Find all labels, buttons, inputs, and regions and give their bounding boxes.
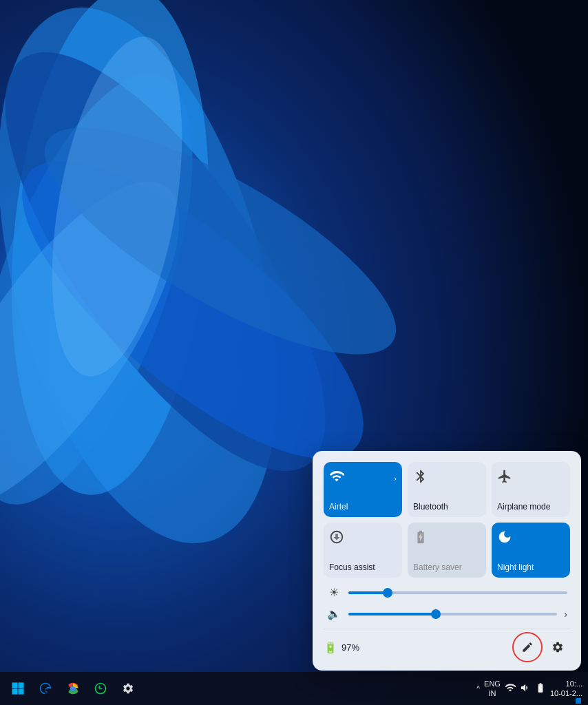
battery-info: 🔋 97% xyxy=(324,641,359,654)
toggle-focus-top xyxy=(329,529,397,548)
quick-settings-panel: › Airtel Bluetooth xyxy=(313,451,581,671)
toggle-airplane-top xyxy=(497,469,565,487)
volume-arrow[interactable]: › xyxy=(564,609,567,620)
taskbar-battery-icon[interactable] xyxy=(535,682,546,695)
svg-rect-12 xyxy=(18,688,23,694)
taskbar-sound-icon[interactable] xyxy=(520,682,531,695)
wifi-icon xyxy=(329,469,344,487)
airtel-chevron: › xyxy=(394,474,397,483)
toggle-airplane[interactable]: Airplane mode xyxy=(492,462,570,517)
settings-button[interactable] xyxy=(545,635,570,660)
taskbar-line-button[interactable] xyxy=(88,676,113,701)
edit-circle-highlight xyxy=(515,635,540,660)
toggle-nightlight-top xyxy=(497,529,565,548)
airplane-label: Airplane mode xyxy=(497,502,550,512)
panel-bottom: 🔋 97% xyxy=(324,629,570,660)
nightlight-label: Night light xyxy=(497,562,534,572)
toggle-bluetooth[interactable]: Bluetooth xyxy=(408,462,486,517)
brightness-fill xyxy=(348,591,388,594)
bluetooth-label: Bluetooth xyxy=(413,502,448,512)
toggle-bluetooth-top xyxy=(413,469,481,487)
taskbar-settings-button[interactable] xyxy=(116,676,140,701)
svg-rect-9 xyxy=(12,682,17,688)
svg-rect-11 xyxy=(12,688,17,694)
taskbar: ^ ENG IN 10:... 10-01-2... xyxy=(0,672,588,705)
volume-track[interactable] xyxy=(348,613,557,615)
lang-line1: ENG xyxy=(484,679,501,688)
focus-icon xyxy=(329,529,344,548)
battery-saver-label: Battery saver xyxy=(413,562,462,572)
battery-percent: 97% xyxy=(342,642,359,653)
airplane-icon xyxy=(497,469,512,487)
taskbar-edge-button[interactable] xyxy=(33,676,58,701)
volume-thumb xyxy=(431,609,441,619)
volume-icon: 🔈 xyxy=(326,607,342,620)
brightness-track[interactable] xyxy=(348,591,567,594)
toggle-battery-top xyxy=(413,529,481,548)
toggle-airtel-top: › xyxy=(329,469,397,487)
volume-fill xyxy=(348,613,436,615)
taskbar-start-button[interactable] xyxy=(6,676,30,701)
airtel-label: Airtel xyxy=(329,502,348,512)
volume-slider-row: 🔈 › xyxy=(324,607,570,620)
toggle-focus[interactable]: Focus assist xyxy=(324,523,402,578)
edit-button[interactable] xyxy=(515,635,540,660)
brightness-icon: ☀ xyxy=(326,586,342,599)
toggle-nightlight[interactable]: Night light xyxy=(492,523,570,578)
toggle-battery-saver[interactable]: Battery saver xyxy=(408,523,486,578)
brightness-slider-row: ☀ xyxy=(324,586,570,599)
battery-saver-icon xyxy=(413,529,428,548)
taskbar-right: ^ ENG IN 10:... 10-01-2... xyxy=(476,679,582,699)
toggle-airtel[interactable]: › Airtel xyxy=(324,462,402,517)
taskbar-wifi-icon[interactable] xyxy=(505,682,516,695)
brightness-thumb xyxy=(383,588,392,598)
taskbar-time[interactable]: 10:... 10-01-2... xyxy=(550,679,582,699)
notification-bar[interactable] xyxy=(576,698,581,704)
focus-label: Focus assist xyxy=(329,562,375,572)
battery-display-icon: 🔋 xyxy=(324,641,337,654)
toggles-grid: › Airtel Bluetooth xyxy=(324,462,570,578)
panel-actions xyxy=(515,635,570,660)
taskbar-overflow-chevron[interactable]: ^ xyxy=(476,685,480,693)
nightlight-icon xyxy=(497,529,512,548)
time-line1: 10:... xyxy=(550,679,582,688)
time-line2: 10-01-2... xyxy=(550,688,582,698)
taskbar-left xyxy=(6,676,140,701)
taskbar-language[interactable]: ENG IN xyxy=(484,679,501,699)
taskbar-chrome-button[interactable] xyxy=(61,676,85,701)
lang-line2: IN xyxy=(484,688,501,698)
svg-rect-10 xyxy=(18,682,23,688)
bluetooth-icon xyxy=(413,469,428,487)
